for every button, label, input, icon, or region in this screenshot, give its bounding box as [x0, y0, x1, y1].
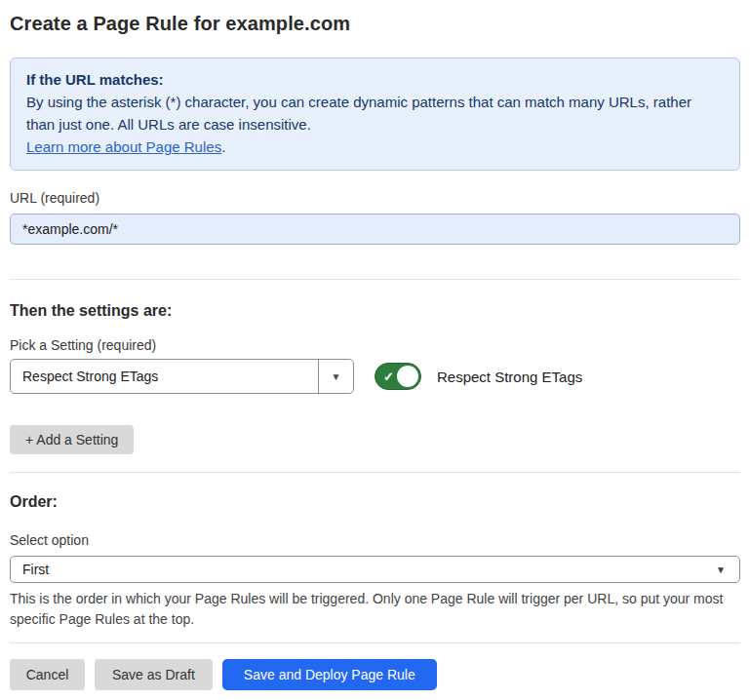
url-match-info-box: If the URL matches: By using the asteris…: [10, 58, 740, 171]
order-select-value: First: [22, 562, 49, 577]
create-page-rule-form: Create a Page Rule for example.com If th…: [0, 12, 750, 690]
section-divider: [10, 279, 740, 280]
setting-select-value: Respect Strong ETags: [11, 360, 318, 393]
setting-row: Respect Strong ETags ▼ ✓ Respect Strong …: [10, 359, 740, 394]
order-select[interactable]: First ▼: [10, 556, 740, 583]
order-help-text: This is the order in which your Page Rul…: [10, 589, 740, 630]
url-field-label: URL (required): [10, 190, 740, 206]
toggle-knob: [397, 366, 418, 387]
section-divider: [10, 472, 740, 473]
footer-actions: Cancel Save as Draft Save and Deploy Pag…: [10, 659, 740, 690]
info-box-link-line: Learn more about Page Rules.: [26, 136, 724, 158]
order-section-heading: Order:: [10, 492, 740, 511]
setting-select-arrow-button[interactable]: ▼: [318, 360, 353, 393]
info-box-body: By using the asterisk (*) character, you…: [26, 91, 724, 136]
learn-more-link[interactable]: Learn more about Page Rules: [26, 138, 221, 155]
respect-strong-etags-toggle[interactable]: ✓: [375, 363, 421, 390]
add-setting-button[interactable]: + Add a Setting: [10, 425, 134, 454]
order-select-label: Select option: [10, 532, 740, 548]
chevron-down-icon: ▼: [716, 564, 726, 575]
setting-select[interactable]: Respect Strong ETags ▼: [10, 359, 354, 394]
save-as-draft-button[interactable]: Save as Draft: [95, 659, 213, 690]
chevron-down-icon: ▼: [332, 371, 341, 382]
url-input[interactable]: [10, 214, 740, 245]
info-box-heading: If the URL matches:: [26, 68, 724, 91]
link-suffix: .: [221, 138, 225, 155]
footer-divider: [10, 642, 740, 643]
toggle-label: Respect Strong ETags: [437, 369, 582, 385]
pick-setting-label: Pick a Setting (required): [10, 337, 740, 353]
save-and-deploy-button[interactable]: Save and Deploy Page Rule: [222, 659, 437, 690]
page-title: Create a Page Rule for example.com: [10, 12, 740, 35]
check-icon: ✓: [383, 370, 394, 383]
cancel-button[interactable]: Cancel: [10, 659, 85, 690]
settings-section-heading: Then the settings are:: [10, 301, 740, 320]
